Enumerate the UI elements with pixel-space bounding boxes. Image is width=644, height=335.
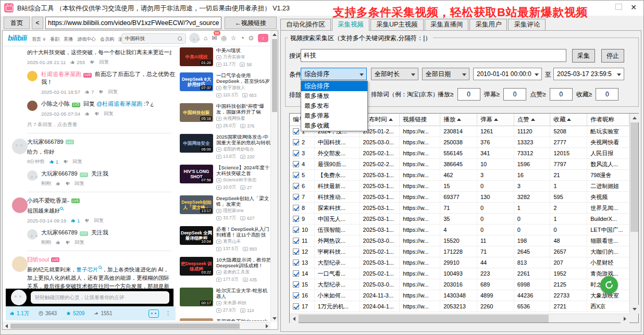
column-header-5[interactable]: 弹幕	[477, 114, 514, 126]
search-icon[interactable]	[178, 36, 182, 41]
commenter-name[interactable]: 小陈之小陈	[41, 101, 70, 107]
video-title[interactable]: 中美AI现状	[216, 47, 271, 53]
video-up-name[interactable]: 直男山禾	[223, 239, 241, 245]
related-video-item[interactable]: 把Deepseek 训练成精03:2210大隐藏提示词，教你把Deepseek训…	[180, 257, 271, 283]
video-title[interactable]: 必看！DeepSeek从入门到精通！这11个高阶技巧，让你	[216, 226, 271, 238]
filter-input-0[interactable]: 0	[457, 88, 480, 101]
row-checkbox[interactable]	[293, 205, 299, 211]
collect-button[interactable]: 采集	[572, 49, 595, 63]
url-input[interactable]: https://www.bilibili.com/video/BV1xzFWee…	[45, 17, 221, 29]
dynamic-icon[interactable]: ◎	[221, 33, 226, 43]
video-title[interactable]: 哈尔滨工业大学-蛇形机器人	[216, 288, 271, 299]
refresh-button[interactable]	[600, 276, 618, 294]
related-video-item[interactable]: 11:16美国视角下的deepseek有多可怕不明觉厉拔毛169.7万6827	[180, 318, 271, 321]
table-row[interactable]: 13大型纪录...2025-03-1...https://w...2991044…	[290, 257, 629, 268]
comment-input[interactable]: 轻轻触碰沉睡的心灵，让我看看你的点评	[31, 291, 169, 304]
video-link-button[interactable]: ←视频链接	[225, 17, 277, 29]
sort-option-4[interactable]: 最多收藏	[301, 121, 367, 131]
scroll-right-arrow[interactable]	[621, 314, 629, 323]
row-checkbox[interactable]	[293, 270, 299, 277]
close-button[interactable]: ✕	[627, 2, 640, 13]
avatar[interactable]	[12, 139, 28, 154]
related-video-item[interactable]: DeepSeek创始人「梁文锋」13:17DeepSeek创始人「梁文锋」发家史…	[180, 195, 271, 221]
sort-option-3[interactable]: 最多弹幕	[301, 111, 367, 121]
reply-link[interactable]: 回复	[75, 180, 84, 187]
tab-2[interactable]: 采集UP主视频	[370, 19, 424, 30]
more-options-icon[interactable]: ⋮	[165, 310, 171, 317]
nav-item-0[interactable]: 首页 ∨	[32, 36, 46, 43]
danmaku-toggle[interactable]	[148, 309, 159, 318]
row-checkbox[interactable]	[293, 249, 299, 255]
avatar[interactable]	[27, 170, 38, 181]
reply-link[interactable]: 回复	[72, 158, 82, 165]
row-checkbox[interactable]	[293, 238, 299, 244]
tab-4[interactable]: 采集用户	[469, 19, 507, 30]
table-row[interactable]: 10伍强智能...2025-03-1...https://w...4000LET…	[290, 225, 629, 235]
avatar[interactable]	[12, 197, 28, 213]
tab-0[interactable]: 自动化操作区	[280, 19, 331, 30]
video-title[interactable]: 中国科技创新"井喷"爆发，国媒体炸开了锅	[216, 103, 271, 115]
row-checkbox[interactable]	[293, 150, 299, 156]
dislike-icon[interactable]	[65, 181, 70, 186]
row-checkbox[interactable]	[293, 128, 299, 134]
video-title[interactable]: 10大隐藏提示词，教你把Deepseek训练成精！	[216, 257, 271, 268]
video-thumbnail[interactable]: DeepSeek 全网最详细教程10:04	[180, 226, 213, 245]
reply-link[interactable]: 回复	[108, 89, 118, 95]
table-row[interactable]: 9中国无人...2025-03-1...https://w...35001Bui…	[290, 214, 629, 225]
filter-input-2[interactable]: 0	[550, 88, 573, 101]
maximize-button[interactable]	[615, 4, 622, 10]
scroll-right-arrow[interactable]	[263, 322, 270, 330]
column-header-4[interactable]: 播放	[440, 114, 477, 126]
like-icon[interactable]	[85, 90, 90, 94]
browser-vscroll-thumb[interactable]	[272, 39, 277, 112]
video-thumbnail[interactable]: 中国网络安全06:00	[180, 134, 213, 153]
scroll-left-arrow[interactable]	[290, 314, 299, 323]
scroll-down-arrow[interactable]	[271, 315, 278, 322]
home-button[interactable]: 首页	[4, 17, 30, 29]
sort-option-0[interactable]: 综合排序	[301, 81, 367, 91]
video-thumbnail[interactable]: 中国科技创新05:16	[180, 103, 213, 122]
table-row[interactable]: 15大型纪录...2025-03-0...https://w...2030166…	[290, 279, 629, 290]
row-checkbox[interactable]	[293, 161, 299, 167]
dislike-icon[interactable]	[84, 218, 89, 223]
table-vertical-scrollbar[interactable]	[629, 114, 638, 314]
commenter-name[interactable]: 大玩家666789	[41, 170, 78, 177]
table-hscroll-thumb[interactable]	[299, 315, 549, 322]
dislike-icon[interactable]	[94, 111, 99, 116]
video-up-name[interactable]: 央视网快看	[223, 116, 245, 122]
table-row[interactable]: 171万元的机...2024-04-1...https://w...205321…	[290, 301, 629, 312]
row-checkbox[interactable]	[293, 172, 299, 178]
table-row[interactable]: 2中国科技...2025-03-0...https://w...25003837…	[290, 137, 629, 148]
video-thumbnail[interactable]: HIV'S LONG SHOT07:58	[180, 165, 213, 183]
avatar[interactable]	[27, 229, 38, 240]
home-icon[interactable]: ⌂	[204, 33, 207, 43]
video-thumbnail[interactable]: 把Deepseek 训练成精03:22	[180, 257, 213, 276]
table-row[interactable]: 6科技最新...2025-03-1...https://w...15031二进制…	[290, 181, 629, 192]
like-icon[interactable]	[71, 218, 76, 223]
table-row[interactable]: 12宇树科技...2025-02-1...https://w...1712287…	[290, 246, 629, 257]
video-up-name[interactable]: 理想家one	[223, 208, 244, 214]
like-icon[interactable]	[56, 240, 60, 245]
browser-horizontal-scrollbar[interactable]	[3, 322, 270, 329]
share-stat[interactable]: 1551	[94, 311, 112, 316]
sort-option-1[interactable]: 最多播放	[301, 91, 367, 101]
nav-item-4[interactable]: 会员购	[100, 36, 114, 43]
table-row[interactable]: 4最强90后...2025-02-2...https://w...3866451…	[290, 159, 629, 170]
video-up-name[interactable]: 老表的工具库	[223, 269, 250, 276]
table-row[interactable]: 5【免费永...2025-03-1...https://w...46231621…	[290, 170, 629, 181]
video-title[interactable]: DeepSeek创始人「梁文锋」发家史	[216, 195, 271, 207]
like-icon[interactable]	[49, 159, 54, 164]
video-thumbnail[interactable]: 00:17	[180, 288, 213, 306]
column-header-3[interactable]: 视频链接	[400, 114, 440, 126]
row-checkbox[interactable]	[293, 227, 299, 233]
sort-dropdown[interactable]: 综合排序	[301, 68, 367, 80]
date-range-dropdown[interactable]: 全部日期	[422, 68, 469, 80]
stop-button[interactable]: 停止	[601, 49, 624, 63]
row-checkbox[interactable]	[293, 183, 299, 189]
row-checkbox[interactable]	[293, 292, 299, 299]
favorite-stat[interactable]: 5209	[66, 311, 84, 316]
related-video-item[interactable]: 中国网络安全06:002025国家级网络攻击-中国重大变革的危机与转机老阳的奇妙…	[180, 134, 271, 160]
scroll-up-arrow[interactable]	[630, 114, 639, 122]
filter-input-3[interactable]: 0	[596, 88, 618, 101]
column-header-8[interactable]: 作者昵称	[587, 114, 629, 126]
